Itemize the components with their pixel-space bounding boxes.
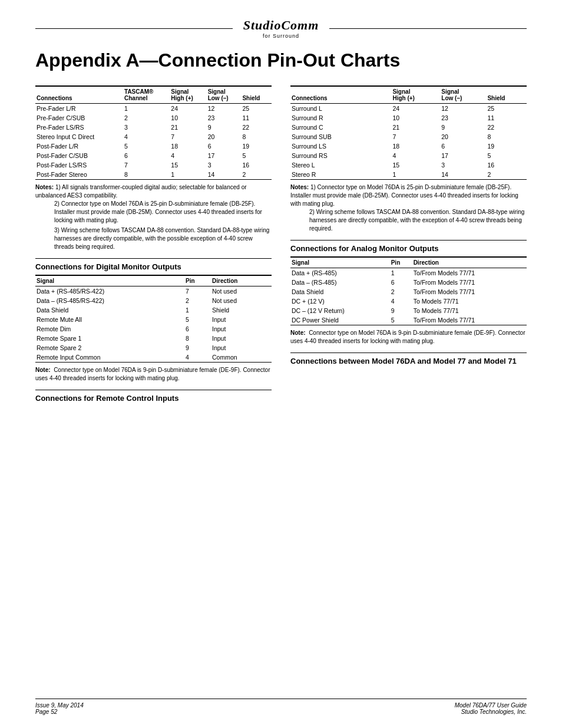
table-row: Stereo L15316 — [290, 160, 527, 170]
table-row: Remote Spare 18Input — [35, 334, 272, 343]
footer-right: Model 76DA/77 User Guide Studio Technolo… — [455, 702, 527, 715]
table-row: Remote Dim6Input — [35, 324, 272, 334]
table-row: Post-Fader C/SUB64175 — [35, 151, 272, 160]
table-row: Surround R102311 — [290, 113, 527, 123]
page: StudioComm for Surround Appendix A—Conne… — [0, 0, 562, 728]
col-signal-low: SignalLow (–) — [207, 86, 242, 104]
page-header: StudioComm for Surround — [35, 18, 527, 39]
table-row: Stereo Input C Direct47208 — [35, 132, 272, 141]
left-note-3: 3) Wiring scheme follows TASCAM DA-88 co… — [54, 226, 272, 251]
analog-monitor-table-header: Signal Pin Direction — [290, 257, 527, 268]
digital-monitor-note: Note: Connector type on Model 76DA is 9-… — [35, 366, 272, 383]
footer-left: Issue 9, May 2014 Page 52 — [35, 702, 84, 715]
page-title: Appendix A—Connection Pin-Out Charts — [35, 50, 527, 71]
logo-block: StudioComm for Surround — [233, 18, 330, 39]
table-row: DC – (12 V Return)9To Models 77/71 — [290, 306, 527, 315]
table-row: Pre-Fader C/SUB2102311 — [35, 113, 272, 123]
left-column: Connections TASCAM®Channel SignalHigh (+… — [35, 85, 272, 406]
digital-monitor-table: Signal Pin Direction Data + (RS-485/RS-4… — [35, 275, 272, 363]
table-row: DC Power Shield5To/From Models 77/71 — [290, 315, 527, 325]
am-col-direction: Direction — [412, 257, 527, 268]
analog-monitor-note: Note: Connector type on Model 76DA is 9-… — [290, 329, 527, 345]
r-col-shield: Shield — [486, 86, 527, 104]
right-top-tbody: Surround L241225Surround R102311Surround… — [290, 103, 527, 179]
table-row: Data Shield1Shield — [35, 305, 272, 315]
dm-col-signal: Signal — [35, 275, 184, 286]
table-row: Pre-Fader L/R1241225 — [35, 103, 272, 113]
analog-monitor-note-text: Connector type on Model 76DA is 9-pin D-… — [290, 330, 525, 344]
table-row: Remote Input Common4Common — [35, 353, 272, 363]
right-note-1: Notes: 1) Connector type on Model 76DA i… — [290, 183, 527, 208]
remote-control-heading: Connections for Remote Control Inputs — [35, 390, 272, 403]
table-row: Surround L241225 — [290, 103, 527, 113]
table-row: Stereo R1142 — [290, 170, 527, 180]
header-line-left — [35, 28, 233, 29]
table-row: DC + (12 V)4To Models 77/71 — [290, 297, 527, 306]
table-row: Post-Fader LS/RS715316 — [35, 160, 272, 170]
left-top-table-header: Connections TASCAM®Channel SignalHigh (+… — [35, 86, 272, 104]
table-row: Post-Fader L/R518619 — [35, 141, 272, 151]
main-content: Connections TASCAM®Channel SignalHigh (+… — [35, 85, 527, 406]
right-top-table: Connections SignalHigh (+) SignalLow (–)… — [290, 85, 527, 180]
table-row: Data + (RS-485/RS-422)7Not used — [35, 286, 272, 296]
footer-company: Studio Technologies, Inc. — [455, 709, 527, 715]
left-top-tbody: Pre-Fader L/R1241225Pre-Fader C/SUB21023… — [35, 103, 272, 179]
dm-col-pin: Pin — [184, 275, 211, 286]
table-row: Surround LS18619 — [290, 141, 527, 151]
col-tascam-channel: TASCAM®Channel — [123, 86, 170, 104]
footer-issue: Issue 9, May 2014 — [35, 702, 84, 709]
table-row: Data – (RS-485/RS-422)2Not used — [35, 296, 272, 305]
r-col-signal-low: SignalLow (–) — [440, 86, 486, 104]
header-line-right — [329, 28, 527, 29]
table-row: Pre-Fader LS/RS321922 — [35, 123, 272, 132]
r-col-signal-high: SignalHigh (+) — [391, 86, 440, 104]
table-row: Post-Fader Stereo81142 — [35, 170, 272, 180]
col-connections: Connections — [35, 86, 123, 104]
digital-monitor-heading: Connections for Digital Monitor Outputs — [35, 258, 272, 271]
left-note-1: Notes: 1) All signals transformer-couple… — [35, 183, 272, 200]
table-row: Data + (RS-485)1To/From Models 77/71 — [290, 268, 527, 278]
table-row: Remote Spare 29Input — [35, 343, 272, 353]
table-row: Surround RS4175 — [290, 151, 527, 160]
digital-monitor-tbody: Data + (RS-485/RS-422)7Not usedData – (R… — [35, 286, 272, 362]
left-top-table: Connections TASCAM®Channel SignalHigh (+… — [35, 85, 272, 180]
logo-text: StudioComm — [243, 18, 319, 33]
right-top-notes: Notes: 1) Connector type on Model 76DA i… — [290, 183, 527, 233]
table-row: Data – (RS-485)6To/From Models 77/71 — [290, 278, 527, 287]
digital-monitor-note-text: Connector type on Model 76DA is 9-pin D-… — [35, 367, 270, 381]
page-footer: Issue 9, May 2014 Page 52 Model 76DA/77 … — [35, 699, 527, 715]
between-models-heading: Connections between Model 76DA and Model… — [290, 353, 527, 365]
footer-model: Model 76DA/77 User Guide — [455, 702, 527, 709]
logo-sub: for Surround — [243, 33, 319, 39]
digital-monitor-table-header: Signal Pin Direction — [35, 275, 272, 286]
analog-monitor-tbody: Data + (RS-485)1To/From Models 77/71Data… — [290, 268, 527, 325]
col-shield: Shield — [241, 86, 272, 104]
table-row: Surround SUB7208 — [290, 132, 527, 141]
left-top-notes: Notes: 1) All signals transformer-couple… — [35, 183, 272, 251]
am-col-pin: Pin — [390, 257, 412, 268]
table-row: Remote Mute All5Input — [35, 315, 272, 324]
footer-page: Page 52 — [35, 709, 84, 715]
right-column: Connections SignalHigh (+) SignalLow (–)… — [290, 85, 527, 406]
right-note-2: 2) Wiring scheme follows TASCAM DA-88 co… — [309, 208, 527, 233]
col-signal-high: SignalHigh (+) — [170, 86, 206, 104]
am-col-signal: Signal — [290, 257, 390, 268]
r-col-connections: Connections — [290, 86, 391, 104]
dm-col-direction: Direction — [211, 275, 272, 286]
left-note-2: 2) Connector type on Model 76DA is 25-pi… — [54, 200, 272, 225]
table-row: Surround C21922 — [290, 123, 527, 132]
table-row: Data Shield2To/From Models 77/71 — [290, 287, 527, 297]
analog-monitor-table: Signal Pin Direction Data + (RS-485)1To/… — [290, 256, 527, 325]
analog-monitor-heading: Connections for Analog Monitor Outputs — [290, 240, 527, 253]
right-top-table-header: Connections SignalHigh (+) SignalLow (–)… — [290, 86, 527, 104]
